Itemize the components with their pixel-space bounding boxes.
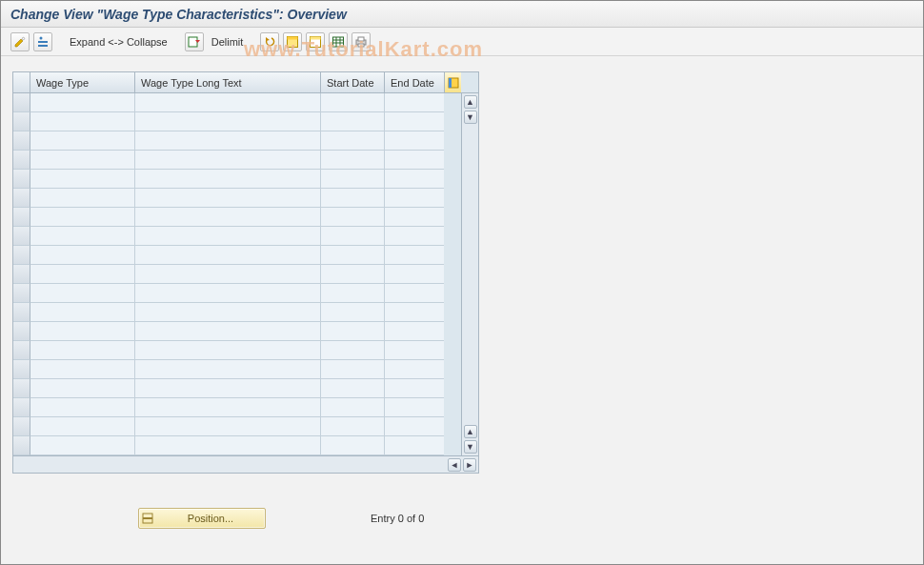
cell-start_date[interactable] — [321, 417, 385, 436]
cell-end_date[interactable] — [385, 170, 444, 189]
cell-wage_type_long[interactable] — [135, 208, 321, 227]
cell-wage_type_long[interactable] — [135, 112, 321, 131]
cell-wage_type_long[interactable] — [135, 227, 321, 246]
cell-start_date[interactable] — [321, 208, 385, 227]
scroll-up-button[interactable]: ▲ — [464, 95, 477, 109]
cell-end_date[interactable] — [385, 341, 444, 360]
delimit-button[interactable]: Delimit — [208, 32, 248, 51]
select-all-button[interactable] — [283, 32, 302, 51]
scroll-down-button[interactable]: ▼ — [464, 440, 477, 454]
vertical-scrollbar[interactable]: ▲ ▼ ▲ ▼ — [461, 93, 478, 455]
cell-wage_type[interactable] — [30, 284, 135, 303]
row-selector[interactable] — [13, 303, 30, 322]
cell-start_date[interactable] — [321, 322, 385, 341]
cell-wage_type_long[interactable] — [135, 246, 321, 265]
cell-wage_type_long[interactable] — [135, 360, 321, 379]
row-selector[interactable] — [13, 131, 30, 151]
cell-wage_type[interactable] — [30, 398, 135, 417]
cell-wage_type_long[interactable] — [135, 151, 321, 170]
cell-wage_type[interactable] — [30, 265, 135, 284]
row-selector[interactable] — [13, 417, 30, 436]
configure-columns-button[interactable] — [444, 72, 461, 92]
scroll-right-button[interactable]: ► — [463, 458, 476, 472]
cell-end_date[interactable] — [385, 227, 444, 246]
row-selector[interactable] — [13, 208, 30, 227]
cell-start_date[interactable] — [321, 284, 385, 303]
cell-wage_type_long[interactable] — [135, 284, 321, 303]
cell-end_date[interactable] — [385, 360, 444, 379]
cell-wage_type[interactable] — [30, 322, 135, 341]
cell-wage_type_long[interactable] — [135, 131, 321, 151]
cell-wage_type[interactable] — [30, 151, 135, 170]
cell-wage_type_long[interactable] — [135, 436, 321, 455]
cell-wage_type_long[interactable] — [135, 341, 321, 360]
cell-wage_type[interactable] — [30, 189, 135, 208]
row-selector[interactable] — [13, 93, 30, 112]
cell-wage_type[interactable] — [30, 360, 135, 379]
cell-wage_type[interactable] — [30, 170, 135, 189]
row-selector[interactable] — [13, 341, 30, 360]
cell-wage_type[interactable] — [30, 93, 135, 112]
col-header-wage-type-long[interactable]: Wage Type Long Text — [135, 72, 321, 92]
row-selector-header[interactable] — [13, 72, 30, 92]
cell-wage_type_long[interactable] — [135, 93, 321, 112]
cell-end_date[interactable] — [385, 265, 444, 284]
toggle-edit-button[interactable] — [10, 32, 30, 51]
col-header-end-date[interactable]: End Date — [385, 72, 444, 92]
col-header-start-date[interactable]: Start Date — [321, 72, 385, 92]
row-selector[interactable] — [13, 360, 30, 379]
cell-wage_type_long[interactable] — [135, 265, 321, 284]
cell-wage_type_long[interactable] — [135, 189, 321, 208]
cell-end_date[interactable] — [385, 246, 444, 265]
delimit-icon-button[interactable] — [185, 32, 204, 51]
row-selector[interactable] — [13, 284, 30, 303]
cell-end_date[interactable] — [385, 131, 444, 151]
cell-start_date[interactable] — [321, 131, 385, 151]
position-button[interactable]: Position... — [138, 508, 266, 529]
cell-wage_type[interactable] — [30, 303, 135, 322]
cell-start_date[interactable] — [321, 436, 385, 455]
col-header-wage-type[interactable]: Wage Type — [30, 72, 135, 92]
cell-end_date[interactable] — [385, 322, 444, 341]
cell-start_date[interactable] — [321, 151, 385, 170]
cell-end_date[interactable] — [385, 151, 444, 170]
cell-start_date[interactable] — [321, 93, 385, 112]
cell-start_date[interactable] — [321, 360, 385, 379]
row-selector[interactable] — [13, 170, 30, 189]
other-view-button[interactable] — [33, 32, 52, 51]
expand-collapse-button[interactable]: Expand <-> Collapse — [66, 32, 171, 51]
horizontal-scrollbar[interactable]: ◄ ► — [13, 455, 478, 473]
cell-end_date[interactable] — [385, 436, 444, 455]
row-selector[interactable] — [13, 265, 30, 284]
cell-wage_type_long[interactable] — [135, 303, 321, 322]
cell-wage_type[interactable] — [30, 131, 135, 151]
print-button[interactable] — [352, 32, 371, 51]
row-selector[interactable] — [13, 322, 30, 341]
cell-wage_type[interactable] — [30, 246, 135, 265]
cell-start_date[interactable] — [321, 379, 385, 398]
cell-wage_type[interactable] — [30, 379, 135, 398]
cell-wage_type[interactable] — [30, 341, 135, 360]
row-selector[interactable] — [13, 246, 30, 265]
cell-start_date[interactable] — [321, 189, 385, 208]
cell-start_date[interactable] — [321, 170, 385, 189]
cell-wage_type[interactable] — [30, 417, 135, 436]
row-selector[interactable] — [13, 189, 30, 208]
scroll-down-step-button[interactable]: ▲ — [464, 425, 477, 438]
cell-start_date[interactable] — [321, 227, 385, 246]
cell-start_date[interactable] — [321, 303, 385, 322]
cell-end_date[interactable] — [385, 208, 444, 227]
row-selector[interactable] — [13, 227, 30, 246]
cell-start_date[interactable] — [321, 112, 385, 131]
cell-wage_type[interactable] — [30, 227, 135, 246]
cell-wage_type[interactable] — [30, 112, 135, 131]
cell-end_date[interactable] — [385, 112, 444, 131]
cell-wage_type_long[interactable] — [135, 398, 321, 417]
row-selector[interactable] — [13, 398, 30, 417]
cell-wage_type_long[interactable] — [135, 379, 321, 398]
cell-end_date[interactable] — [385, 417, 444, 436]
cell-wage_type_long[interactable] — [135, 417, 321, 436]
table-settings-button[interactable] — [329, 32, 348, 51]
cell-end_date[interactable] — [385, 189, 444, 208]
cell-start_date[interactable] — [321, 265, 385, 284]
